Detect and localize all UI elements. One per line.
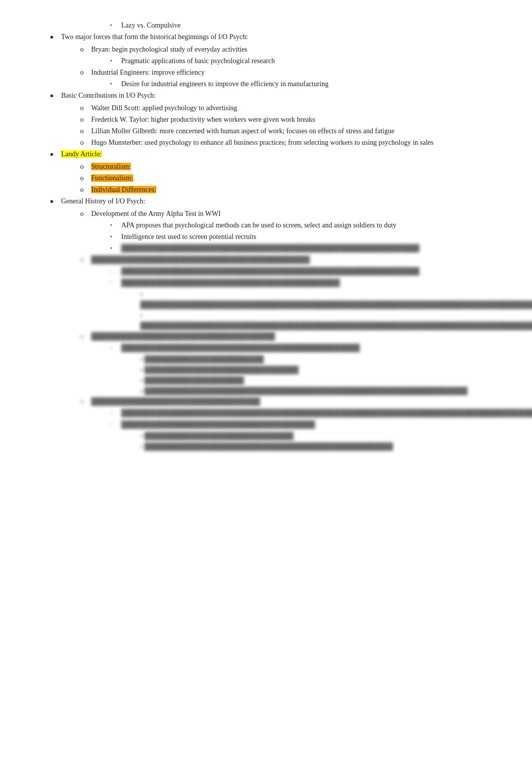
item-text: APA proposes that psychological methods … bbox=[121, 220, 502, 230]
bullet-icon: ▪ bbox=[110, 345, 117, 352]
item-text: Functionalism: bbox=[91, 173, 502, 183]
item-text: Walter Dill Scott: applied psychology to… bbox=[91, 103, 502, 113]
item-text: Development of the Army Alpha Test in WW… bbox=[91, 208, 502, 219]
item-text-redacted: ████████████████████████████████████████… bbox=[121, 408, 532, 418]
list-item: ▪ ██████████████████████████████████████… bbox=[140, 386, 502, 396]
bullet-icon: ▪ bbox=[110, 22, 117, 29]
item-text: Bryan: begin psychological study of ever… bbox=[91, 44, 502, 55]
list-item: ▪ Intelligence test used to screen poten… bbox=[110, 231, 502, 242]
item-text: Individual Differences: bbox=[91, 184, 502, 195]
bullet-icon: ▪ bbox=[140, 291, 143, 298]
item-text-redacted: ████████████████████████████████████████… bbox=[121, 343, 502, 353]
bullet-icon: ▪ bbox=[140, 312, 143, 319]
bullet-icon: ▪ bbox=[140, 356, 143, 363]
list-item: ▪ Lazy vs. Compulsive bbox=[110, 20, 502, 31]
list-item: o Industrial Engineers: improve efficien… bbox=[80, 67, 502, 78]
bullet-icon: ▪ bbox=[110, 222, 117, 229]
bullet-icon: o bbox=[80, 161, 87, 172]
list-item: o Hugo Munsterber: used psychology to en… bbox=[80, 137, 502, 148]
item-text-redacted: ████████████████████████████████████████… bbox=[91, 254, 502, 265]
bullet-icon: ▪ bbox=[110, 233, 117, 240]
highlighted-text: Structuralism: bbox=[91, 163, 131, 170]
list-item: ▪ ███████████████████████████████ bbox=[140, 365, 502, 375]
bullet-icon: ▪ bbox=[140, 443, 143, 450]
bullet-icon: o bbox=[80, 103, 87, 113]
list-item: ▪ ██████████████████████████████████████… bbox=[140, 310, 502, 331]
list-item: o Lillian Moller Gilbreth: more concerne… bbox=[80, 126, 502, 136]
bullet-icon: ▪ bbox=[140, 432, 143, 440]
item-text: Lazy vs. Compulsive bbox=[121, 20, 502, 31]
item-text: Hugo Munsterber: used psychology to enha… bbox=[91, 137, 502, 148]
list-item: ▪ ██████████████████████████████████████… bbox=[110, 343, 502, 353]
item-text-redacted: ███████████████████████████████ bbox=[144, 366, 299, 374]
item-text-redacted: ████████████████████████████████████████… bbox=[121, 266, 502, 277]
list-item: o Bryan: begin psychological study of ev… bbox=[80, 44, 502, 55]
list-item: ■ General History of I/O Psych: bbox=[50, 196, 502, 206]
bullet-icon: ▪ bbox=[110, 268, 117, 275]
item-text-redacted: ████████████████████████████████████████… bbox=[144, 387, 467, 395]
bullet-icon: ■ bbox=[50, 92, 57, 99]
bullet-icon: ■ bbox=[50, 33, 57, 41]
list-item: ▪ ██████████████████████████████████████… bbox=[110, 408, 502, 418]
item-text: Basic Contributions in I/O Psych: bbox=[61, 90, 502, 101]
list-item: o █████████████████████████████████████ bbox=[80, 331, 502, 342]
list-item: ▪ ██████████████████████████████████████… bbox=[140, 441, 502, 452]
list-item: ▪ ██████████████████████████████████████… bbox=[110, 266, 502, 277]
list-item: ▪ ██████████████████████████████████████… bbox=[110, 243, 502, 253]
item-text-redacted: ████████████████████████████████████████… bbox=[140, 301, 532, 309]
list-item: ▪ Pragmatic applications of basic psycho… bbox=[110, 56, 502, 66]
list-item: ▪ ████████████████████ bbox=[140, 375, 502, 386]
item-text: Frederick W. Taylor: higher productivity… bbox=[91, 114, 502, 125]
bullet-icon: ▪ bbox=[110, 421, 117, 428]
list-item: ▪ ██████████████████████████████████████… bbox=[110, 278, 502, 288]
list-item: ▪ ██████████████████████████████ bbox=[140, 431, 502, 441]
bullet-icon: ▪ bbox=[140, 387, 143, 395]
item-text-redacted: █████████████████████████████████████ bbox=[91, 331, 502, 342]
list-item: ■ Two major forces that form the histori… bbox=[50, 32, 502, 42]
list-item: ■ Basic Contributions in I/O Psych: bbox=[50, 90, 502, 101]
bullet-icon: o bbox=[80, 208, 87, 219]
item-text: General History of I/O Psych: bbox=[61, 196, 502, 206]
bullet-icon: o bbox=[80, 67, 87, 78]
item-text-redacted: ████████████████████████ bbox=[144, 356, 263, 363]
item-text-redacted: ████████████████████████████████████████… bbox=[121, 243, 502, 253]
list-item: o Functionalism: bbox=[80, 173, 502, 183]
bullet-icon: o bbox=[80, 396, 87, 407]
item-text: Pragmatic applications of basic psycholo… bbox=[121, 56, 502, 66]
list-item: o Development of the Army Alpha Test in … bbox=[80, 208, 502, 219]
item-text: Two major forces that form the historica… bbox=[61, 32, 502, 42]
item-text-redacted: ████████████████████████████████████████… bbox=[144, 443, 393, 450]
highlighted-text: Functionalism: bbox=[91, 174, 133, 182]
item-text-redacted: ████████████████████████████████████████… bbox=[140, 322, 532, 330]
list-item: o Structuralism: bbox=[80, 161, 502, 172]
bullet-icon: o bbox=[80, 114, 87, 125]
item-text-redacted: ███████████████████████████████████████ bbox=[121, 419, 502, 430]
list-item: o ██████████████████████████████████████… bbox=[80, 254, 502, 265]
bullet-icon: o bbox=[80, 173, 87, 183]
bullet-icon: o bbox=[80, 137, 87, 148]
bullet-icon: o bbox=[80, 254, 87, 265]
item-text-redacted: ██████████████████████████████ bbox=[144, 432, 294, 440]
list-item: o Frederick W. Taylor: higher productivi… bbox=[80, 114, 502, 125]
item-text: Intelligence test used to screen potenti… bbox=[121, 231, 502, 242]
bullet-icon: o bbox=[80, 126, 87, 136]
list-item: ▪ ██████████████████████████████████████… bbox=[140, 289, 502, 310]
item-text-redacted: ██████████████████████████████████ bbox=[91, 396, 502, 407]
highlighted-text: Landy Article: bbox=[61, 150, 102, 158]
bullet-icon: ■ bbox=[50, 150, 57, 158]
bullet-icon: ▪ bbox=[140, 366, 143, 374]
bullet-icon: o bbox=[80, 184, 87, 195]
item-text: Landy Article: bbox=[61, 149, 502, 159]
bullet-icon: ▪ bbox=[140, 377, 143, 384]
list-item: ▪ Desire for industrial engineers to imp… bbox=[110, 79, 502, 89]
bullet-icon: ▪ bbox=[110, 58, 117, 65]
list-item: o ██████████████████████████████████ bbox=[80, 396, 502, 407]
bullet-icon: ▪ bbox=[110, 410, 117, 417]
list-item: ▪ APA proposes that psychological method… bbox=[110, 220, 502, 230]
list-item: o Walter Dill Scott: applied psychology … bbox=[80, 103, 502, 113]
item-text-redacted: ████████████████████ bbox=[144, 377, 243, 384]
item-text: Lillian Moller Gilbreth: more concerned … bbox=[91, 126, 502, 136]
bullet-icon: o bbox=[80, 44, 87, 55]
item-text: Structuralism: bbox=[91, 161, 502, 172]
list-item: ▪ ████████████████████████ bbox=[140, 354, 502, 365]
